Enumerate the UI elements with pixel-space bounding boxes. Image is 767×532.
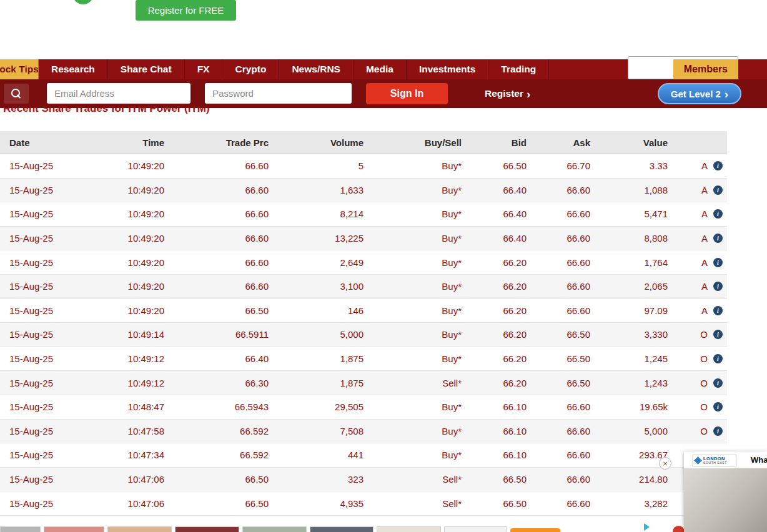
ad-thumbnail[interactable] [377,526,441,532]
search-button[interactable] [4,84,29,104]
cell-date: 15-Aug-25 [0,227,81,250]
register-label: Register [485,88,523,99]
nav-tab-fx[interactable]: FX [185,59,223,79]
ad-orange-button[interactable] [510,528,560,532]
cell-bid: 66.10 [467,420,532,443]
nav-tab-stock-tips[interactable]: ock Tips [0,59,39,79]
adchoices-icon[interactable] [644,523,650,531]
cell-ask: 66.60 [532,227,595,250]
ad-thumbnail[interactable] [444,526,507,532]
info-icon[interactable]: i [713,258,723,267]
email-field[interactable] [47,83,191,104]
info-icon[interactable]: i [713,306,723,315]
trade-flag: O [700,426,708,436]
cell-price: 66.60 [169,227,274,250]
cell-side: Buy* [369,395,467,419]
register-link[interactable]: Register › [485,79,530,108]
cell-ask: 66.60 [532,202,595,226]
cell-flag: Ai [673,250,727,274]
chevron-right-icon: › [527,88,530,100]
cell-volume: 2,649 [274,250,369,274]
get-level2-button[interactable]: Get Level 2 › [658,83,741,104]
trade-flag: O [700,378,708,388]
ad-thumbnail[interactable] [44,526,104,532]
ad-thumbnail[interactable] [310,526,374,532]
cell-ask: 66.60 [532,491,595,515]
cell-ask: 66.50 [532,371,595,395]
sign-in-button[interactable]: Sign In [366,83,448,104]
ad-thumbnail[interactable] [175,526,239,532]
cell-side: Sell* [369,491,467,515]
trade-flag: A [701,185,708,195]
ad-thumbnail[interactable] [107,526,172,532]
cell-value: 5,471 [595,202,673,226]
cell-time: 10:49:20 [81,227,169,250]
nav-tab-crypto[interactable]: Crypto [222,59,279,79]
trade-flag: A [701,160,708,171]
cell-volume: 5 [274,154,369,178]
cell-date: 15-Aug-25 [0,179,81,202]
trade-flag: A [701,257,708,268]
cell-price: 66.40 [169,347,274,371]
cell-time: 10:47:06 [81,491,169,515]
lse-brand-line2: SOUTH EAST [703,461,727,465]
password-field[interactable] [205,83,352,104]
trade-rows: 15-Aug-2510:49:2066.605Buy*66.5066.703.3… [0,154,727,516]
nav-tab-media[interactable]: Media [354,59,407,79]
cell-price: 66.60 [169,179,274,202]
col-bid: Bid [467,131,532,154]
nav-tab-share-chat[interactable]: Share Chat [108,59,185,79]
ad-thumbnail[interactable] [242,526,307,532]
cell-bid: 66.20 [467,347,532,371]
info-icon[interactable]: i [713,234,723,243]
ad-image[interactable] [684,468,767,532]
info-icon[interactable]: i [713,426,723,436]
info-icon[interactable]: i [713,402,723,411]
ad-close-button[interactable]: × [659,457,671,470]
register-free-button[interactable]: Register for FREE [136,0,236,21]
cell-price: 66.60 [169,250,274,274]
cell-flag: Ai [673,154,727,178]
nav-tab-trading[interactable]: Trading [488,59,549,79]
info-icon[interactable]: i [713,282,723,291]
table-row: 15-Aug-2510:49:2066.601,633Buy*66.4066.6… [0,179,727,203]
info-icon[interactable]: i [713,354,723,363]
info-icon[interactable]: i [713,185,723,195]
cell-volume: 8,214 [274,202,369,226]
ad-overlay[interactable]: LONDON SOUTH EAST Wha [684,451,767,532]
col-buy-sell: Buy/Sell [369,131,467,154]
cell-flag: Oi [673,323,727,347]
info-icon[interactable]: i [713,209,723,219]
cell-time: 10:49:12 [81,371,169,395]
cell-volume: 7,508 [274,420,369,443]
nav-tab-members[interactable]: Members [673,59,738,79]
cell-flag: Oi [673,347,727,371]
cell-bid: 66.20 [467,250,532,274]
cell-time: 10:49:14 [81,323,169,347]
nav-tab-news-rns[interactable]: News/RNS [279,59,354,79]
cell-price: 66.60 [169,154,274,178]
cell-side: Buy* [369,275,467,298]
cell-bid: 66.40 [467,202,532,226]
signin-bar: Sign In Register › Get Level 2 › [0,79,767,108]
cell-value: 3,330 [595,323,673,347]
info-icon[interactable]: i [713,161,723,170]
cell-date: 15-Aug-25 [0,275,81,298]
trade-flag: A [701,233,708,244]
info-icon[interactable]: i [713,330,723,339]
cell-date: 15-Aug-25 [0,395,81,419]
cell-side: Sell* [369,468,467,491]
table-row: 15-Aug-2510:49:2066.608,214Buy*66.4066.6… [0,202,727,227]
info-icon[interactable]: i [713,378,723,388]
cell-volume: 441 [274,443,369,467]
cell-ask: 66.60 [532,250,595,274]
nav-tab-investments[interactable]: Investments [407,59,488,79]
cell-price: 66.5911 [169,323,274,347]
ad-thumbnail[interactable] [0,526,41,532]
cell-price: 66.60 [169,202,274,226]
trade-flag: O [700,329,708,340]
nav-tab-research[interactable]: Research [39,59,108,79]
cell-bid: 66.20 [467,299,532,323]
cell-volume: 13,225 [274,227,369,250]
cell-time: 10:48:47 [81,395,169,419]
